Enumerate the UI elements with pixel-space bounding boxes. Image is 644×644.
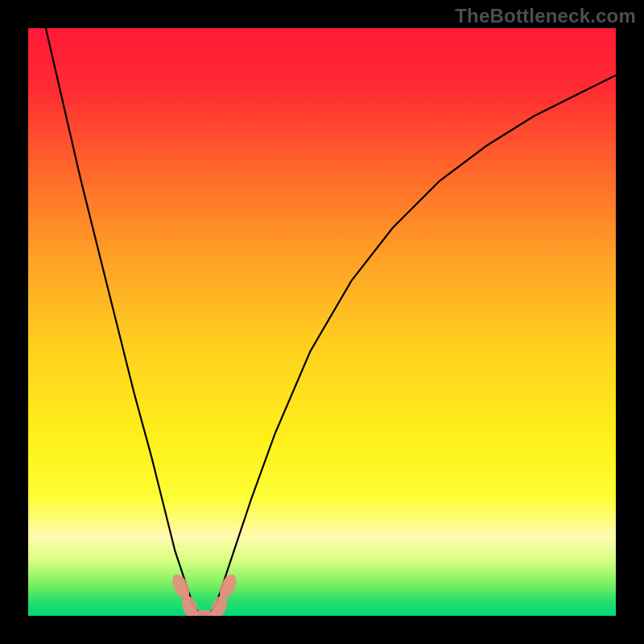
bottleneck-curve [46,28,616,616]
chart-frame: TheBottleneck.com [0,0,644,644]
watermark-text: TheBottleneck.com [455,5,636,27]
plot-area [28,28,616,616]
data-markers [169,572,240,616]
curve-layer [28,28,616,616]
